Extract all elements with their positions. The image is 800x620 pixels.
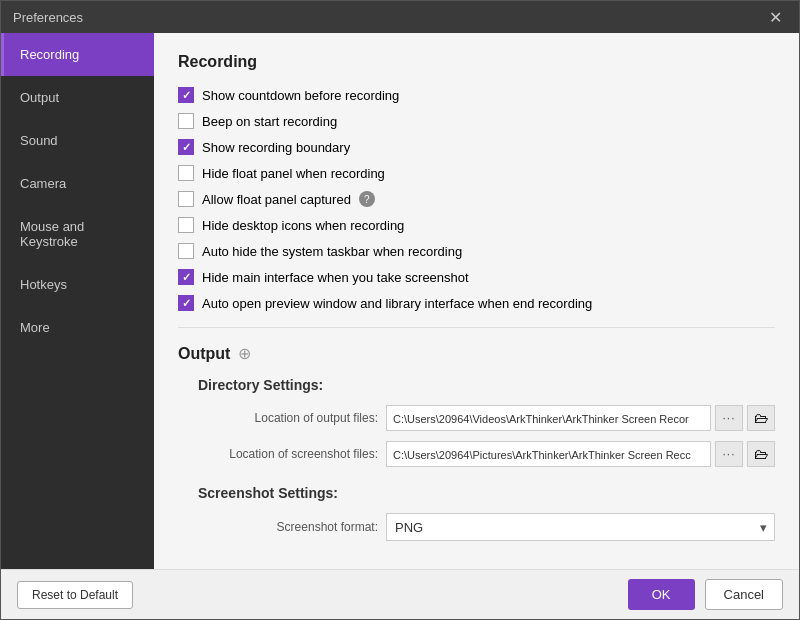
section-divider bbox=[178, 327, 775, 328]
directory-settings-title: Directory Settings: bbox=[198, 377, 775, 393]
checkbox-allow-float-label: Allow float panel captured bbox=[202, 192, 351, 207]
sidebar-item-output[interactable]: Output bbox=[1, 76, 154, 119]
sidebar-item-camera[interactable]: Camera bbox=[1, 162, 154, 205]
screenshot-files-dots-button[interactable]: ··· bbox=[715, 441, 743, 467]
output-title: Output bbox=[178, 345, 230, 363]
checkbox-auto-open-preview-box[interactable] bbox=[178, 295, 194, 311]
sidebar-item-more[interactable]: More bbox=[1, 306, 154, 349]
checkbox-beep-box[interactable] bbox=[178, 113, 194, 129]
output-files-label: Location of output files: bbox=[198, 411, 378, 425]
screenshot-files-folder-button[interactable]: 🗁 bbox=[747, 441, 775, 467]
checkbox-hide-desktop: Hide desktop icons when recording bbox=[178, 217, 775, 233]
screenshot-files-row: Location of screenshot files: C:\Users\2… bbox=[198, 441, 775, 467]
cancel-button[interactable]: Cancel bbox=[705, 579, 783, 610]
title-bar: Preferences ✕ bbox=[1, 1, 799, 33]
output-header: Output ⊕ bbox=[178, 344, 775, 363]
checkbox-show-countdown: Show countdown before recording bbox=[178, 87, 775, 103]
output-files-path: C:\Users\20964\Videos\ArkThinker\ArkThin… bbox=[386, 405, 711, 431]
checkbox-auto-open-preview: Auto open preview window and library int… bbox=[178, 295, 775, 311]
checkbox-auto-hide-taskbar-label: Auto hide the system taskbar when record… bbox=[202, 244, 462, 259]
ok-button[interactable]: OK bbox=[628, 579, 695, 610]
checkbox-show-countdown-box[interactable] bbox=[178, 87, 194, 103]
screenshot-files-label: Location of screenshot files: bbox=[198, 447, 378, 461]
output-files-folder-button[interactable]: 🗁 bbox=[747, 405, 775, 431]
output-files-row: Location of output files: C:\Users\20964… bbox=[198, 405, 775, 431]
format-select-wrapper: PNG JPG BMP GIF bbox=[386, 513, 775, 541]
recording-section: Recording Show countdown before recordin… bbox=[178, 53, 775, 311]
checkbox-hide-float-box[interactable] bbox=[178, 165, 194, 181]
move-icon: ⊕ bbox=[238, 344, 251, 363]
checkbox-show-boundary-box[interactable] bbox=[178, 139, 194, 155]
screenshot-files-path: C:\Users\20964\Pictures\ArkThinker\ArkTh… bbox=[386, 441, 711, 467]
checkbox-auto-open-preview-label: Auto open preview window and library int… bbox=[202, 296, 592, 311]
checkbox-allow-float-box[interactable] bbox=[178, 191, 194, 207]
sidebar-item-recording[interactable]: Recording bbox=[1, 33, 154, 76]
window-title: Preferences bbox=[13, 10, 763, 25]
checkbox-auto-hide-taskbar-box[interactable] bbox=[178, 243, 194, 259]
checkbox-hide-float: Hide float panel when recording bbox=[178, 165, 775, 181]
sidebar-item-sound[interactable]: Sound bbox=[1, 119, 154, 162]
close-button[interactable]: ✕ bbox=[763, 5, 787, 29]
main-content: Recording Output Sound Camera Mouse and … bbox=[1, 33, 799, 569]
checkbox-show-boundary-label: Show recording boundary bbox=[202, 140, 350, 155]
checkbox-hide-desktop-box[interactable] bbox=[178, 217, 194, 233]
footer-right: OK Cancel bbox=[628, 579, 783, 610]
checkbox-beep: Beep on start recording bbox=[178, 113, 775, 129]
screenshot-files-group: C:\Users\20964\Pictures\ArkThinker\ArkTh… bbox=[386, 441, 775, 467]
format-label: Screenshot format: bbox=[198, 520, 378, 534]
sidebar: Recording Output Sound Camera Mouse and … bbox=[1, 33, 154, 569]
recording-title: Recording bbox=[178, 53, 775, 71]
sidebar-item-hotkeys[interactable]: Hotkeys bbox=[1, 263, 154, 306]
checkbox-show-countdown-label: Show countdown before recording bbox=[202, 88, 399, 103]
format-select[interactable]: PNG JPG BMP GIF bbox=[386, 513, 775, 541]
output-files-dots-button[interactable]: ··· bbox=[715, 405, 743, 431]
checkbox-hide-main-interface-box[interactable] bbox=[178, 269, 194, 285]
checkbox-show-boundary: Show recording boundary bbox=[178, 139, 775, 155]
format-row: Screenshot format: PNG JPG BMP GIF bbox=[198, 513, 775, 541]
checkbox-hide-main-interface-label: Hide main interface when you take screen… bbox=[202, 270, 469, 285]
checkbox-allow-float: Allow float panel captured ? bbox=[178, 191, 775, 207]
checkbox-hide-desktop-label: Hide desktop icons when recording bbox=[202, 218, 404, 233]
checkbox-beep-label: Beep on start recording bbox=[202, 114, 337, 129]
footer: Reset to Default OK Cancel bbox=[1, 569, 799, 619]
screenshot-settings-title: Screenshot Settings: bbox=[198, 485, 775, 501]
screenshot-settings-section: Screenshot Settings: Screenshot format: … bbox=[178, 485, 775, 541]
checkbox-auto-hide-taskbar: Auto hide the system taskbar when record… bbox=[178, 243, 775, 259]
help-icon[interactable]: ? bbox=[359, 191, 375, 207]
output-section: Output ⊕ Directory Settings: Location of… bbox=[178, 344, 775, 541]
output-files-group: C:\Users\20964\Videos\ArkThinker\ArkThin… bbox=[386, 405, 775, 431]
checkbox-hide-float-label: Hide float panel when recording bbox=[202, 166, 385, 181]
sidebar-item-mouse-keystroke[interactable]: Mouse and Keystroke bbox=[1, 205, 154, 263]
preferences-window: Preferences ✕ Recording Output Sound Cam… bbox=[0, 0, 800, 620]
checkbox-hide-main-interface: Hide main interface when you take screen… bbox=[178, 269, 775, 285]
content-panel: Recording Show countdown before recordin… bbox=[154, 33, 799, 569]
reset-button[interactable]: Reset to Default bbox=[17, 581, 133, 609]
